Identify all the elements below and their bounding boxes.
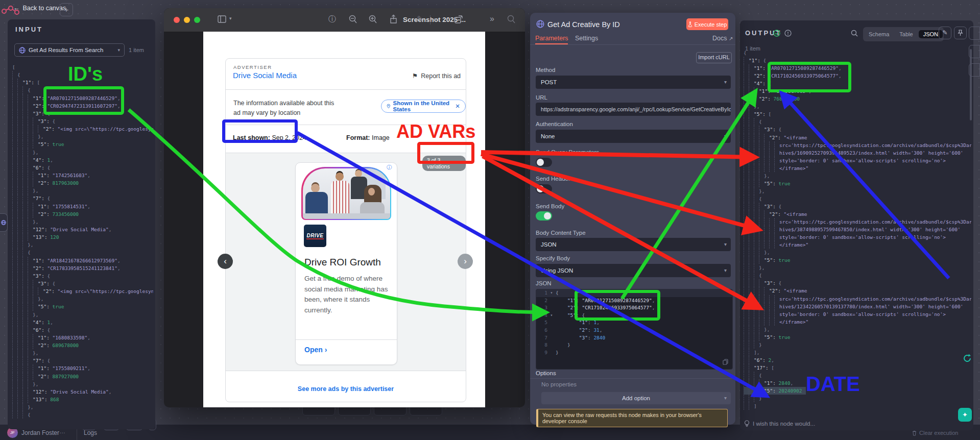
more-toolbar-icon[interactable]: » [490,14,494,23]
input-source-select[interactable]: Get Ad Results From Search ▾ [14,43,125,57]
ad-body-text: Get a free demo of where social media ma… [304,274,390,315]
share-icon[interactable] [390,14,397,24]
ad-creative-card[interactable]: ⓘ DRIVE Drive ROI Growth Get a free demo… [295,162,397,365]
input-json-tree[interactable]: [{"1": [{"1": "AR07012715089287446529","… [12,63,153,427]
divider [226,89,466,90]
chevron-right-icon: › [325,346,327,354]
auth-value: None [541,133,555,139]
ad-info-icon[interactable]: ⓘ [387,164,392,171]
report-ad-link[interactable]: ⚑Report this ad [412,72,461,80]
open-label: Open [304,346,323,354]
markup-chevron-icon[interactable]: ▾ [434,17,437,22]
person-figure [311,184,320,192]
node-connector-tab[interactable] [0,213,8,232]
success-check-icon [773,30,780,37]
send-body-toggle[interactable] [536,211,552,221]
carousel-next-button[interactable]: › [458,254,473,269]
logs-tab[interactable]: Logs [84,429,97,436]
view-schema-tab[interactable]: Schema [864,30,894,38]
carousel-prev-button[interactable]: ‹ [218,254,233,269]
markup-pencil-icon[interactable]: ✎ [417,14,423,23]
info-icon[interactable]: ⓘ [328,14,336,24]
zoom-window-button[interactable] [194,17,200,23]
info-text: The information available about this ad … [233,99,336,118]
input-panel: INPUT Get Ad Results From Search ▾ 1 ite… [8,19,155,429]
add-button[interactable]: + [60,3,73,16]
url-input[interactable]: https://adstransparency.google.com/anji/… [536,103,731,116]
add-option-select[interactable]: Add option ▾ [541,392,731,404]
back-to-canvas-link[interactable]: ←Back to canvas [13,5,66,12]
import-curl-button[interactable]: Import cURL [696,52,732,63]
tab-settings[interactable]: Settings [575,35,598,42]
preview-window: ▾ Screenshot 2025-... ⓘ ✎ ▾ » ADVERTISER… [164,8,525,407]
preview-titlebar[interactable]: ▾ Screenshot 2025-... ⓘ ✎ ▾ » [164,8,525,32]
wish-bar[interactable]: I wish this node would... [744,420,815,427]
chevron-down-icon: ▾ [724,392,727,404]
clear-execution-button[interactable]: Clear execution [912,430,958,436]
method-select[interactable]: POST▾ [536,76,731,89]
sidebar-icon[interactable] [218,15,226,23]
sidebar-chevron-icon[interactable]: ▾ [229,16,232,21]
advertiser-name-link[interactable]: Drive Social Media [233,71,297,80]
tabs-divider [530,44,735,45]
assistant-button[interactable]: ✦ [958,408,972,422]
input-item-count: 1 item [129,47,144,53]
output-scrollbar[interactable] [970,49,972,120]
zoom-out-icon[interactable] [349,15,357,24]
ad-transparency-page: ADVERTISER Drive Social Media ⚑Report th… [203,32,485,407]
pin-output-button[interactable] [954,27,967,39]
authentication-select[interactable]: None▾ [536,130,731,143]
input-source-label: Get Ad Results From Search [29,47,103,53]
ad-photo [301,167,391,220]
search-icon[interactable] [507,15,516,24]
json-label: JSON [536,280,552,286]
advertiser-logo: DRIVE [304,225,326,247]
ad-open-link[interactable]: Open › [304,346,327,354]
chevron-down-icon: ▾ [117,47,120,53]
execute-step-button[interactable]: Execute step [686,18,728,30]
rail-button[interactable] [969,45,980,58]
body-type-select[interactable]: JSON▾ [536,238,731,251]
external-link-icon: ↗ [729,36,733,41]
minimize-window-button[interactable] [184,17,190,23]
info-circle-icon[interactable] [784,30,792,37]
method-value: POST [541,79,557,85]
format-value: Image [370,134,390,141]
see-more-link[interactable]: See more ads by this advertiser [226,385,466,393]
send-query-label: Send Query Parameters [536,149,599,155]
rail-button[interactable] [969,63,980,77]
close-window-button[interactable] [174,17,180,23]
send-headers-toggle[interactable] [536,184,552,193]
url-label: URL [536,94,547,101]
docs-label: Docs [712,35,727,42]
globe-icon [19,47,26,54]
location-chip[interactable]: Shown in the United States ✕ [381,100,466,113]
output-json-tree[interactable]: {"1": {"1": "AR07012715089287446529","2"… [744,49,971,419]
node-title: Get Ad Creative By ID [547,20,620,29]
rerun-icon[interactable] [962,353,972,363]
rotate-icon[interactable] [454,15,463,24]
specify-body-label: Specify Body [536,255,570,261]
send-headers-label: Send Headers [536,176,573,182]
specify-body-value: Using JSON [541,267,573,274]
ad-headline: Drive ROI Growth [304,257,381,268]
body-type-label: Body Content Type [536,230,586,236]
search-icon[interactable] [851,30,858,37]
send-query-toggle[interactable] [536,158,552,167]
tab-parameters[interactable]: Parameters [535,35,568,42]
add-option-label: Add option [622,395,650,401]
json-body-editor[interactable]: 1▾{2 "1": "AR07012715089287446529",3 "2"… [536,289,733,370]
rail-button[interactable] [969,27,980,40]
options-divider [530,378,735,379]
specify-body-select[interactable]: Using JSON▾ [536,264,731,277]
location-pin-icon [387,103,391,109]
chevron-down-icon: ▾ [724,238,727,251]
view-table-tab[interactable]: Table [895,30,917,38]
copy-icon[interactable] [723,359,729,365]
edit-output-button[interactable]: ✎ [939,27,951,39]
zoom-in-icon[interactable] [369,15,377,24]
ad-card: ADVERTISER Drive Social Media ⚑Report th… [225,58,466,402]
docs-link[interactable]: Docs ↗ [712,35,733,42]
chip-close-icon[interactable]: ✕ [455,103,460,110]
last-shown-row: Last shown: Sep 2, 2024 [233,134,306,141]
